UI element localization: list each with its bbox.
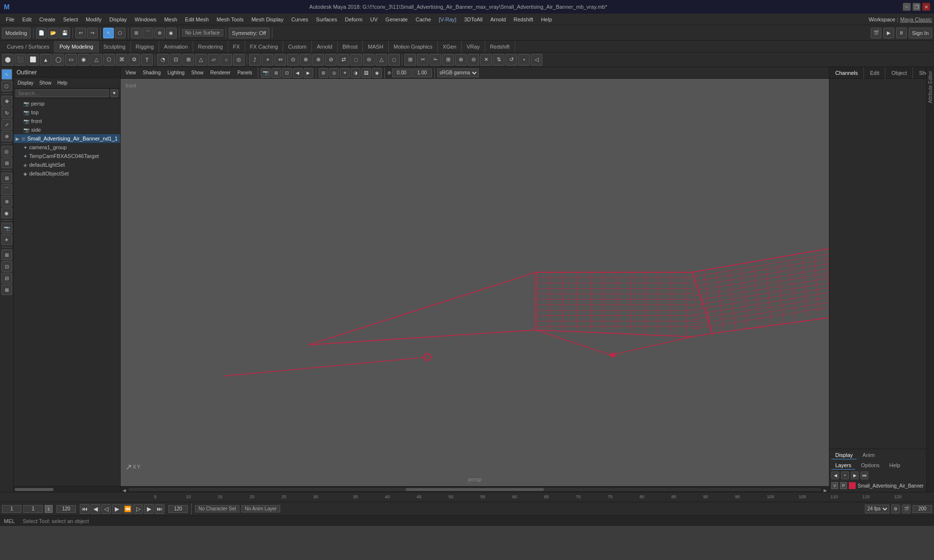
pause-render-icon[interactable]: ⏸ (896, 28, 907, 38)
vp-next-key-icon[interactable]: ▶ (304, 68, 313, 78)
outliner-filter-icon[interactable]: ▾ (110, 89, 118, 97)
tab-mash[interactable]: MASH (363, 41, 389, 52)
snap-grid[interactable]: ⊞ (1, 173, 12, 183)
menu-uv[interactable]: UV (366, 16, 381, 23)
anim-end-input[interactable] (168, 505, 188, 513)
viewport-scroll-thumb[interactable] (406, 488, 544, 491)
menu-mesh[interactable]: Mesh (160, 16, 181, 23)
disk-icon[interactable]: ◉ (78, 54, 90, 66)
no-character-set[interactable]: No Character Set (195, 505, 239, 512)
soft-mod-tool[interactable]: ◎ (1, 146, 12, 157)
cylinder-icon[interactable]: ⬜ (27, 54, 39, 66)
outliner-top[interactable]: 📷 top (14, 108, 120, 117)
menu-vray[interactable]: [V-Ray] (435, 16, 460, 23)
anim-pref-icon[interactable]: 🎬 (902, 505, 911, 513)
helix-icon[interactable]: ⌘ (116, 54, 127, 66)
layer-v-check[interactable]: V (831, 482, 838, 489)
attr-editor-tab[interactable]: Attribute Editor (927, 69, 934, 105)
play-btn[interactable]: ▶ (112, 504, 122, 514)
tab-vray[interactable]: VRay (462, 41, 485, 52)
sign-in-button[interactable]: Sign In (909, 28, 932, 38)
viewport-scrollbar-h[interactable]: ◀ ▶ (121, 486, 829, 492)
tab-curves-surfaces[interactable]: Curves / Surfaces (2, 41, 54, 52)
move-tool[interactable]: ✥ (1, 96, 12, 106)
menu-arnold[interactable]: Arnold (486, 16, 510, 23)
append-poly-icon[interactable]: ⊞ (442, 54, 454, 66)
outliner-display[interactable]: Display (16, 80, 36, 86)
vp-value2-input[interactable] (413, 69, 432, 77)
bridge-icon[interactable]: ⇔ (274, 54, 286, 66)
outliner-default-objectset[interactable]: ◈ defaultObjectSet (14, 169, 120, 178)
tab-animation[interactable]: Animation (159, 41, 193, 52)
universal-tool[interactable]: ⊕ (1, 131, 12, 141)
layer-tool2[interactable]: ⊡ (1, 261, 12, 272)
new-file-icon[interactable]: 📄 (36, 28, 47, 38)
menu-create[interactable]: Create (36, 16, 59, 23)
rp-tab-edit[interactable]: Edit (864, 67, 885, 79)
snap-grid-icon[interactable]: ⊞ (131, 28, 142, 38)
smooth-icon[interactable]: ◌ (350, 54, 362, 66)
select-tool-icon[interactable]: ↖ (103, 28, 114, 38)
outliner-main-mesh[interactable]: ▶ ⊞ Small_Advertising_Air_Banner_nd1_1 (14, 134, 120, 143)
tab-arnold[interactable]: Arnold (312, 41, 338, 52)
mirror-icon[interactable]: ⇄ (338, 54, 349, 66)
prev-key-btn[interactable]: ◀ (90, 504, 100, 514)
tab-rendering[interactable]: Rendering (193, 41, 228, 52)
render-icon[interactable]: 🎬 (871, 28, 881, 38)
wedge-icon[interactable]: ◁ (531, 54, 542, 66)
workspace-selector[interactable]: Workspace : Maya Classic (869, 17, 932, 22)
gear-icon[interactable]: ⚙ (128, 54, 140, 66)
bevel-icon[interactable]: ⋄ (262, 54, 273, 66)
menu-generate[interactable]: Generate (381, 16, 412, 23)
outliner-help[interactable]: Help (55, 80, 70, 86)
menu-3dtoall[interactable]: 3DToAll (460, 16, 486, 23)
snap-surface[interactable]: ◉ (1, 208, 12, 218)
nurbs-circle-icon[interactable]: ◎ (233, 54, 245, 66)
start-frame-input[interactable] (2, 505, 21, 513)
tab-custom[interactable]: Custom (283, 41, 312, 52)
menu-mesh-display[interactable]: Mesh Display (248, 16, 287, 23)
undo-icon[interactable]: ↩ (75, 28, 86, 38)
snap-point-icon[interactable]: ⊕ (154, 28, 165, 38)
outliner-search-input[interactable] (16, 89, 108, 97)
tab-poly-modeling[interactable]: Poly Modeling (54, 41, 98, 52)
light-tool[interactable]: ☀ (1, 234, 12, 245)
outliner-side[interactable]: 📷 side (14, 125, 120, 134)
layer-nav-next[interactable]: ▶ (851, 472, 859, 479)
menu-display[interactable]: Display (106, 16, 131, 23)
nurbs-cone-icon[interactable]: △ (195, 54, 207, 66)
vp-panels[interactable]: Panels (234, 70, 255, 75)
nurbs-cylinder-icon[interactable]: ⊞ (182, 54, 194, 66)
snap-point[interactable]: ⊕ (1, 196, 12, 207)
collapse-edge-icon[interactable]: ⊝ (467, 54, 479, 66)
layer-color-swatch[interactable] (849, 482, 856, 489)
menu-cache[interactable]: Cache (412, 16, 435, 23)
next-frame-btn[interactable]: ▷ (133, 504, 143, 514)
cone-icon[interactable]: ▲ (40, 54, 52, 66)
go-end-btn[interactable]: ⏭ (155, 504, 164, 514)
layer-tool1[interactable]: ⊞ (1, 249, 12, 260)
vp-value1-input[interactable] (392, 69, 412, 77)
snap-curve-icon[interactable]: ⌒ (143, 28, 153, 38)
symmetry-off[interactable]: Symmetry: Off (229, 28, 269, 38)
vp-shadow-icon[interactable]: ◑ (351, 68, 360, 78)
menu-file[interactable]: File (2, 16, 18, 23)
select-tool[interactable]: ↖ (1, 69, 12, 80)
rp-tab-channels[interactable]: Channels (829, 67, 864, 79)
end-frame-input[interactable] (56, 505, 76, 513)
text-icon[interactable]: T (141, 54, 153, 66)
ipr-icon[interactable]: ▶ (883, 28, 894, 38)
vp-gamma-select[interactable]: sRGB gamma (437, 69, 479, 77)
rp-layers-tab[interactable]: Layers (831, 461, 855, 470)
rp-display-tab[interactable]: Display (831, 451, 857, 459)
vp-show[interactable]: Show (188, 70, 206, 75)
fps-select[interactable]: 24 fps (865, 505, 889, 513)
vp-xray-icon[interactable]: ◉ (372, 68, 382, 78)
nurbs-cube-icon[interactable]: ⊡ (170, 54, 181, 66)
menu-redshift[interactable]: Redshift (510, 16, 537, 23)
outliner-camera-group[interactable]: ✦ camera1_group (14, 143, 120, 152)
rp-help-tab[interactable]: Help (885, 461, 904, 470)
layer-tool3[interactable]: ⊟ (1, 273, 12, 283)
separate-icon[interactable]: ⊘ (325, 54, 337, 66)
vp-smooth-icon[interactable]: ◎ (329, 68, 339, 78)
